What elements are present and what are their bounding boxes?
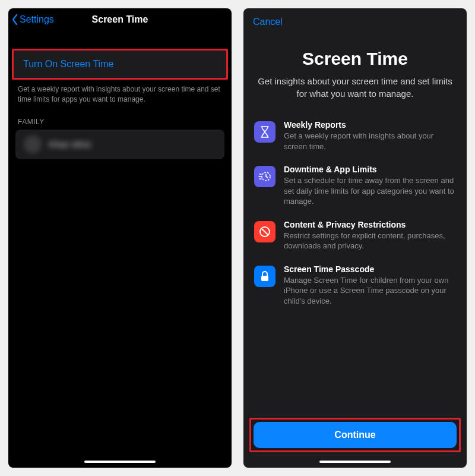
page-title: Screen Time — [8, 14, 232, 25]
family-member-name: Khan Idrisi — [49, 139, 91, 149]
feature-downtime: Downtime & App Limits Set a schedule for… — [254, 165, 456, 207]
feature-desc: Manage Screen Time for children from you… — [284, 275, 456, 307]
settings-screen: Settings Screen Time Turn On Screen Time… — [8, 8, 232, 468]
clock-speed-icon — [254, 166, 276, 187]
onboarding-screen: Cancel Screen Time Get insights about yo… — [243, 8, 467, 468]
svg-rect-2 — [261, 276, 268, 281]
hourglass-icon — [254, 121, 276, 143]
feature-weekly-reports: Weekly Reports Get a weekly report with … — [254, 120, 456, 152]
continue-button[interactable]: Continue — [254, 422, 457, 448]
turn-on-screen-time-button[interactable]: Turn On Screen Time — [12, 49, 228, 80]
feature-content-privacy: Content & Privacy Restrictions Restrict … — [254, 220, 456, 251]
family-section-header: FAMILY — [8, 105, 232, 130]
feature-list: Weekly Reports Get a weekly report with … — [243, 100, 467, 306]
home-indicator[interactable] — [319, 461, 391, 463]
cancel-button[interactable]: Cancel — [243, 8, 467, 30]
lock-icon — [254, 266, 276, 287]
description-text: Get a weekly report with insights about … — [8, 80, 232, 105]
avatar-icon — [24, 135, 42, 153]
feature-title: Screen Time Passcode — [284, 264, 456, 274]
feature-title: Weekly Reports — [284, 120, 456, 130]
settings-list: Turn On Screen Time Get a weekly report … — [8, 49, 232, 159]
navigation-bar: Settings Screen Time — [8, 8, 232, 32]
feature-desc: Get a weekly report with insights about … — [284, 131, 456, 152]
home-indicator[interactable] — [84, 461, 156, 463]
feature-desc: Restrict settings for explicit content, … — [284, 231, 456, 251]
feature-desc: Set a schedule for time away from the sc… — [284, 175, 456, 207]
feature-passcode: Screen Time Passcode Manage Screen Time … — [254, 264, 456, 307]
onboarding-subtitle: Get insights about your screen time and … — [243, 69, 467, 100]
feature-title: Downtime & App Limits — [284, 165, 456, 174]
family-member-row[interactable]: Khan Idrisi — [15, 130, 224, 159]
continue-highlight: Continue — [249, 418, 461, 452]
feature-title: Content & Privacy Restrictions — [284, 220, 456, 229]
no-sign-icon — [254, 221, 276, 242]
onboarding-title: Screen Time — [243, 49, 467, 69]
